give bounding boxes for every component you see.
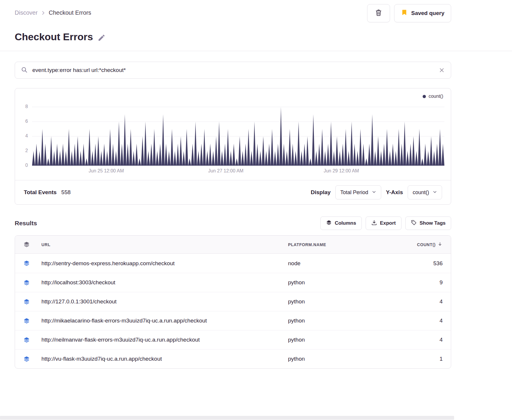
chevron-down-icon: [372, 189, 376, 196]
count-cell[interactable]: 9: [399, 279, 443, 286]
export-label: Export: [380, 220, 396, 226]
url-cell[interactable]: http://vu-flask-m3uuizd7iq-uc.a.run.app/…: [41, 356, 283, 362]
bookmark-icon: [401, 9, 408, 17]
breadcrumb: Discover Checkout Errors: [15, 9, 91, 16]
results-table: URL PLATFORM.NAME COUNT() http://sentry-…: [15, 235, 451, 369]
y-axis-tick: 0: [15, 163, 28, 168]
x-axis-tick: Jun 27 12:00 AM: [208, 168, 243, 174]
page-content: count() 02468Jun 25 12:00 AMJun 27 12:00…: [15, 62, 451, 369]
layers-icon[interactable]: [23, 337, 37, 343]
yaxis-value: count(): [413, 189, 429, 196]
url-cell[interactable]: http://neilmanvar-flask-errors-m3uuizd7i…: [41, 337, 283, 343]
layers-icon[interactable]: [23, 279, 37, 286]
chevron-right-icon: [41, 10, 46, 16]
chevron-down-icon: [433, 189, 437, 196]
column-header-count[interactable]: COUNT(): [399, 241, 443, 248]
x-axis-tick: Jun 29 12:00 AM: [324, 168, 359, 174]
url-cell[interactable]: http://127.0.0.1:3001/checkout: [41, 298, 283, 305]
y-axis-tick: 6: [15, 119, 28, 124]
platform-cell[interactable]: node: [288, 260, 394, 267]
layers-icon[interactable]: [23, 356, 37, 362]
legend-dot-icon: [423, 95, 426, 98]
chart-area: count() 02468Jun 25 12:00 AMJun 27 12:00…: [15, 88, 451, 180]
magnifier-icon: [21, 66, 28, 74]
breadcrumb-discover-link[interactable]: Discover: [15, 9, 38, 16]
chart-controls: Display Total Period Y-Axis count(): [311, 185, 442, 199]
export-button[interactable]: Export: [366, 216, 401, 230]
column-header-url[interactable]: URL: [41, 242, 283, 247]
results-heading: Results: [15, 220, 37, 227]
platform-cell[interactable]: python: [288, 356, 394, 362]
total-events-label: Total Events: [24, 189, 57, 195]
count-cell[interactable]: 4: [399, 298, 443, 305]
discover-page: Discover Checkout Errors Saved query Che…: [15, 0, 451, 43]
page-title: Checkout Errors: [15, 31, 93, 43]
y-axis-tick: 8: [15, 104, 28, 109]
layers-icon[interactable]: [23, 317, 37, 324]
delete-saved-query-button[interactable]: [367, 4, 390, 22]
yaxis-label: Y-Axis: [386, 189, 403, 196]
chart-legend[interactable]: count(): [423, 94, 443, 99]
page-divider: [0, 51, 512, 51]
breadcrumb-current: Checkout Errors: [49, 9, 91, 16]
title-row: Checkout Errors: [15, 31, 451, 43]
search-input[interactable]: [32, 67, 434, 74]
count-cell[interactable]: 536: [399, 260, 443, 267]
display-label: Display: [311, 189, 331, 196]
table-row[interactable]: http://sentry-demos-express.herokuapp.co…: [15, 254, 451, 273]
download-icon: [371, 220, 377, 227]
layers-icon[interactable]: [23, 298, 37, 305]
close-icon[interactable]: [439, 67, 445, 73]
layers-icon: [326, 220, 332, 227]
total-events: Total Events558: [24, 189, 71, 196]
layers-icon[interactable]: [23, 241, 37, 248]
platform-cell[interactable]: python: [288, 298, 394, 305]
chart-plot[interactable]: [32, 103, 444, 166]
display-value: Total Period: [340, 189, 368, 196]
table-row[interactable]: http://neilmanvar-flask-errors-m3uuizd7i…: [15, 330, 451, 349]
table-row[interactable]: http://mikaelacarino-flask-errors-m3uuiz…: [15, 311, 451, 330]
chart-panel: count() 02468Jun 25 12:00 AMJun 27 12:00…: [15, 88, 451, 205]
y-axis-tick: 4: [15, 133, 28, 139]
top-bar: Discover Checkout Errors Saved query: [15, 0, 451, 22]
table-row[interactable]: http://localhost:3003/checkoutpython9: [15, 273, 451, 292]
legend-label: count(): [429, 94, 443, 99]
arrow-down-icon: [437, 241, 443, 248]
table-row[interactable]: http://vu-flask-m3uuizd7iq-uc.a.run.app/…: [15, 349, 451, 368]
count-cell[interactable]: 4: [399, 317, 443, 324]
results-actions: Columns Export Show Tags: [320, 216, 451, 230]
display-dropdown[interactable]: Total Period: [335, 185, 381, 199]
show-tags-button[interactable]: Show Tags: [405, 216, 451, 230]
count-cell[interactable]: 1: [399, 356, 443, 362]
top-actions: Saved query: [367, 4, 451, 22]
total-events-value: 558: [61, 189, 71, 195]
columns-label: Columns: [335, 220, 356, 226]
saved-query-label: Saved query: [411, 10, 444, 16]
yaxis-dropdown[interactable]: count(): [408, 185, 442, 199]
tag-icon: [411, 220, 417, 227]
pencil-icon[interactable]: [98, 34, 106, 42]
table-body: http://sentry-demos-express.herokuapp.co…: [15, 254, 451, 368]
url-cell[interactable]: http://localhost:3003/checkout: [41, 279, 283, 286]
url-cell[interactable]: http://mikaelacarino-flask-errors-m3uuiz…: [41, 317, 283, 324]
results-header-row: Results Columns Export Show Tags: [15, 216, 451, 230]
table-row[interactable]: http://127.0.0.1:3001/checkoutpython4: [15, 292, 451, 311]
x-axis-tick: Jun 25 12:00 AM: [88, 168, 124, 174]
url-cell[interactable]: http://sentry-demos-express.herokuapp.co…: [41, 260, 283, 267]
y-axis-tick: 2: [15, 148, 28, 153]
table-header: URL PLATFORM.NAME COUNT(): [15, 236, 451, 254]
search-bar: [15, 62, 451, 79]
show-tags-label: Show Tags: [420, 220, 446, 226]
horizontal-scrollbar[interactable]: [0, 416, 454, 420]
trash-icon: [375, 9, 382, 18]
platform-cell[interactable]: python: [288, 337, 394, 343]
platform-cell[interactable]: python: [288, 317, 394, 324]
saved-query-button[interactable]: Saved query: [394, 4, 451, 22]
platform-cell[interactable]: python: [288, 279, 394, 286]
chart-footer: Total Events558 Display Total Period Y-A…: [15, 180, 451, 204]
column-header-platform[interactable]: PLATFORM.NAME: [288, 242, 394, 247]
count-cell[interactable]: 4: [399, 337, 443, 343]
columns-button[interactable]: Columns: [320, 216, 362, 230]
layers-icon[interactable]: [23, 260, 37, 267]
